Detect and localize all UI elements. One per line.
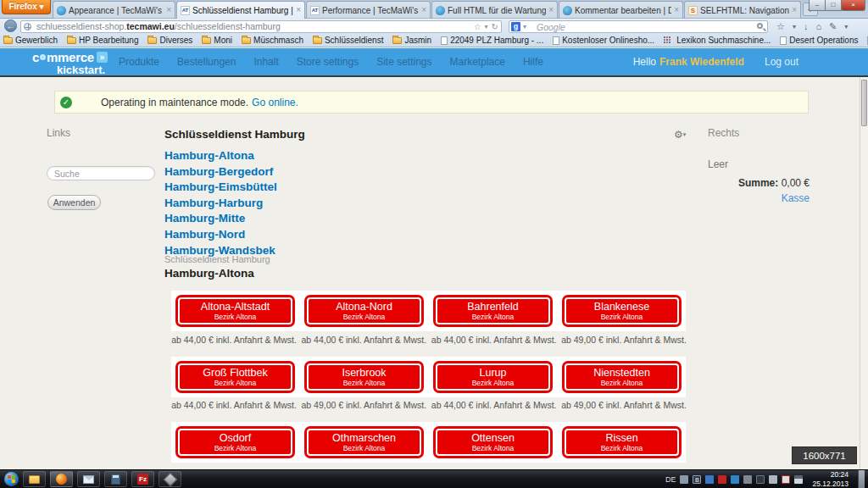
menu-item-bestellungen[interactable]: Bestellungen	[177, 56, 236, 68]
close-icon[interactable]: ×	[792, 6, 797, 14]
close-window-button[interactable]: ×	[841, 0, 865, 11]
close-icon[interactable]: ×	[548, 6, 554, 14]
menu-item-inhalt[interactable]: Inhalt	[253, 56, 278, 68]
tab-schluesseldienst-hamburg[interactable]: AT Schlüsseldienst Hamburg | Tec... ×	[176, 1, 305, 19]
tile-nienstedten[interactable]: Nienstedten Bezirk Altona	[562, 361, 682, 393]
close-icon[interactable]: ×	[296, 6, 301, 14]
tile-bahrenfeld[interactable]: Bahrenfeld Bezirk Altona	[433, 295, 553, 327]
tray-usb-icon[interactable]	[743, 475, 752, 484]
menu-item-site-settings[interactable]: Site settings	[376, 56, 431, 68]
bookmark-item[interactable]: Desert Operations	[780, 36, 858, 45]
tile-lurup[interactable]: Lurup Bezirk Altona	[433, 361, 553, 393]
bookmark-folder[interactable]: Jasmin	[392, 36, 431, 45]
link-hamburg-altona[interactable]: Hamburg-Altona	[164, 148, 277, 164]
site-identity-icon[interactable]	[24, 23, 31, 30]
downloads-icon[interactable]: ↓	[804, 21, 809, 31]
checkout-link[interactable]: Kasse	[674, 192, 810, 204]
apply-button[interactable]: Anwenden	[47, 195, 101, 210]
google-icon[interactable]: g	[511, 22, 520, 31]
close-icon[interactable]: ×	[674, 6, 679, 14]
tab-kommentar[interactable]: Kommentar bearbeiten | Drupal ... ×	[559, 1, 683, 19]
taskbar-calculator-button[interactable]	[104, 471, 127, 487]
link-hamburg-nord[interactable]: Hamburg-Nord	[164, 227, 277, 243]
tray-audio-icon[interactable]	[756, 475, 765, 484]
bookmark-folder[interactable]: Schlüsseldienst	[313, 36, 383, 45]
start-button[interactable]	[4, 472, 19, 486]
logout-link[interactable]: Log out	[765, 56, 798, 68]
reload-icon[interactable]: ↻	[492, 21, 498, 32]
show-desktop-button[interactable]	[858, 470, 865, 488]
tray-alert-icon[interactable]	[782, 475, 790, 484]
scrollbar[interactable]	[860, 77, 868, 469]
bookmark-folder[interactable]: Gewerblich	[3, 36, 58, 45]
chevron-down-icon[interactable]: ▾	[844, 23, 848, 30]
taskbar-viewer-button[interactable]	[159, 471, 181, 487]
home-icon[interactable]: ⌂	[815, 21, 821, 31]
url-bar[interactable]: schluesseldienst-shop.tecmawi.eu/schlues…	[20, 20, 502, 33]
menu-item-marketplace[interactable]: Marketplace	[450, 56, 505, 68]
search-icon[interactable]	[757, 23, 763, 29]
search-box[interactable]: g ▾	[509, 20, 768, 33]
back-button[interactable]: ←	[4, 19, 17, 32]
bookmarks-panel-icon[interactable]: ☆	[776, 21, 785, 32]
link-hamburg-bergedorf[interactable]: Hamburg-Bergedorf	[164, 164, 277, 180]
taskbar-mail-button[interactable]	[77, 471, 100, 487]
tab-full-html[interactable]: Full HTML für die Wartungsseite... ×	[431, 1, 558, 19]
maximize-button[interactable]: □	[825, 0, 842, 11]
bookmark-folder[interactable]: HP Bearbeitung	[67, 36, 138, 45]
tab-appearance[interactable]: Appearance | TecMaWi's Schlüss... ×	[53, 1, 175, 19]
menu-item-store-settings[interactable]: Store settings	[297, 56, 359, 68]
bookmark-item[interactable]: 22049 PLZ Hamburg - ...	[441, 36, 543, 45]
bookmark-item[interactable]: Kostenloser Onlinesho...	[553, 36, 654, 45]
link-hamburg-eimsbuettel[interactable]: Hamburg-Eimsbüttel	[164, 180, 277, 196]
search-engine-dropdown-icon[interactable]: ▾	[523, 23, 526, 30]
bookmark-folder[interactable]: Moni	[202, 36, 232, 45]
taskbar-firefox-button[interactable]	[50, 471, 73, 487]
tile-altona-altstadt[interactable]: Altona-Altstadt Bezirk Altona	[175, 295, 295, 327]
link-hamburg-mitte[interactable]: Hamburg-Mitte	[164, 211, 277, 227]
tile-altona-nord[interactable]: Altona-Nord Bezirk Altona	[304, 295, 424, 327]
tile-gross-flottbek[interactable]: Groß Flottbek Bezirk Altona	[175, 361, 295, 393]
tray-b-icon[interactable]: B	[693, 475, 701, 484]
tile-iserbrook[interactable]: Iserbrook Bezirk Altona	[304, 361, 424, 393]
url-dropdown-icon[interactable]: ▾	[485, 21, 488, 32]
tile-ottensen[interactable]: Ottensen Bezirk Altona	[433, 426, 553, 458]
tile-rissen[interactable]: Rissen Bezirk Altona	[562, 426, 682, 458]
scrollbar-thumb[interactable]	[861, 80, 867, 126]
menu-item-hilfe[interactable]: Hilfe	[523, 56, 543, 68]
tile-othmarschen[interactable]: Othmarschen Bezirk Altona	[304, 426, 424, 458]
chevron-down-icon[interactable]: ▾	[793, 23, 796, 30]
bookmark-item[interactable]: Lexikon Suchmaschine...	[664, 36, 771, 45]
tab-selfhtml[interactable]: S SELFHTML: Navigationshilfen / ... ×	[684, 1, 801, 19]
tray-mail-icon[interactable]	[705, 475, 714, 484]
tray-ati-icon[interactable]	[718, 475, 726, 484]
search-input[interactable]	[535, 21, 747, 32]
tile-price: ab 44,00 € inkl. Anfahrt & Mwst.	[170, 335, 298, 345]
sidebar-search-input[interactable]	[47, 166, 155, 180]
tile-osdorf[interactable]: Osdorf Bezirk Altona	[175, 426, 295, 458]
user-name-link[interactable]: Frank Wiedenfeld	[659, 56, 744, 68]
taskbar-clock[interactable]: 20:24 25.12.2013	[812, 470, 849, 488]
tray-signal-icon[interactable]	[794, 475, 803, 484]
firefox-menu-button[interactable]: Firefox ▾	[2, 0, 51, 14]
edit-icon[interactable]: ✎	[829, 21, 837, 32]
tab-performance[interactable]: AT Performance | TecMaWi's Schlüs... ×	[306, 1, 431, 19]
go-online-link[interactable]: Go online.	[252, 97, 298, 108]
menu-item-produkte[interactable]: Produkte	[119, 56, 159, 68]
taskbar-explorer-button[interactable]	[23, 471, 46, 487]
commerce-kickstart-logo[interactable]: cmmerce » kickstart.	[32, 51, 108, 75]
language-indicator[interactable]: DE	[665, 475, 676, 484]
link-hamburg-harburg[interactable]: Hamburg-Harburg	[164, 196, 277, 212]
close-icon[interactable]: ×	[421, 6, 426, 14]
bookmark-folder[interactable]: Müschmasch	[242, 36, 303, 45]
bookmark-folder[interactable]: Diverses	[147, 36, 192, 45]
taskbar-filezilla-button[interactable]: Fz	[131, 471, 154, 487]
minimize-button[interactable]: –	[809, 0, 826, 11]
contextual-gear-icon[interactable]: ⚙▾	[674, 129, 686, 141]
bookmark-star-icon[interactable]: ☆	[474, 21, 481, 32]
tile-blankenese[interactable]: Blankenese Bezirk Altona	[562, 295, 682, 327]
tray-volume-icon[interactable]	[769, 475, 777, 484]
close-icon[interactable]: ×	[166, 6, 171, 14]
tray-messenger-icon[interactable]	[731, 475, 739, 484]
tray-network-icon[interactable]	[680, 475, 688, 484]
